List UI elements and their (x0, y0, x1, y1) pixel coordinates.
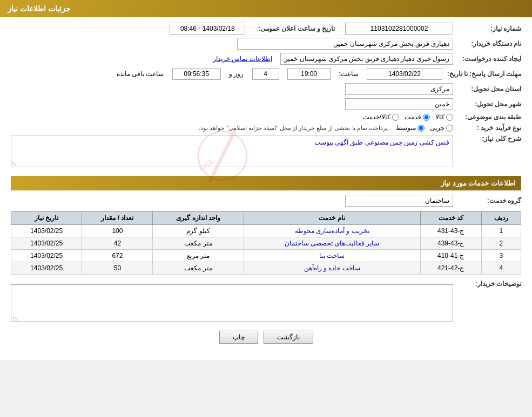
page-header: جزئیات اطلاعات نیاز (0, 0, 532, 17)
delivery-city-input (345, 98, 453, 110)
category-khadamat-label: خدمت (405, 113, 421, 121)
page-wrapper: جزئیات اطلاعات نیاز شماره نیاز: تاریخ و … (0, 0, 532, 360)
col-need-date: تاریخ نیاز (11, 211, 82, 225)
cell-need-date: 1403/02/25 (11, 250, 82, 262)
need-number-input (345, 23, 453, 35)
category-khadamat-item: خدمت (405, 113, 430, 121)
page-title: جزئیات اطلاعات نیاز (8, 4, 71, 13)
purchase-type-jozvi-radio[interactable] (446, 125, 453, 132)
purchase-type-radio-group: جزیی متوسط (396, 124, 453, 132)
response-date-input (367, 68, 442, 80)
table-row: 3 ج-41-410 ساخت بنا متر مربع 672 1403/02… (11, 250, 521, 262)
services-table: ردیف کد خدمت نام خدمت واحد اندازه گیری ت… (11, 211, 521, 275)
back-button[interactable]: بازگشت (264, 331, 313, 344)
response-time-input (287, 68, 331, 80)
cell-need-date: 1403/02/25 (11, 225, 82, 237)
response-days-label: روز و (229, 70, 244, 78)
response-deadline-row: مهلت ارسال پاسخ: تا تاریخ: ساعت: روز و س… (11, 68, 521, 80)
cell-service-code: ج-43-439 (420, 237, 481, 250)
response-days-input (252, 68, 279, 80)
purchase-type-row: نوع فرآیند خرید : جزیی متوسط پرداخت تمام… (11, 124, 521, 132)
purchase-type-motevaset-radio[interactable] (417, 125, 425, 132)
cell-quantity: 100 (82, 225, 153, 237)
purchase-type-jozvi-label: جزیی (430, 124, 445, 132)
contact-link[interactable]: اطلاعات تماس خریدار (213, 55, 272, 63)
purchase-type-jozvi-item: جزیی (430, 124, 453, 132)
purchase-type-label: نوع فرآیند خرید : (456, 124, 521, 132)
purchase-type-note: پرداخت تمام یا بخشی از مبلغ خریدار از مح… (199, 125, 388, 132)
need-number-label: شماره نیاز: (456, 25, 521, 32)
category-khadamat-radio[interactable] (423, 114, 430, 121)
cell-quantity: 672 (82, 250, 153, 262)
table-row: 4 ج-42-421 ساخت جاده و راه‌آهن متر مکعب … (11, 262, 521, 275)
buyer-notes-row: توضیحات خریدار: ◺ (11, 280, 521, 322)
category-kala-label: کالا (435, 113, 445, 121)
purchase-type-motevaset-item: متوسط (396, 124, 425, 132)
cell-row-num: 1 (481, 225, 521, 237)
cell-service-code: ج-41-410 (420, 250, 481, 262)
svg-text:ANA: ANA (197, 158, 215, 173)
buttons-row: بازگشت چاپ (11, 331, 521, 344)
cell-service-code: ج-42-421 (420, 262, 481, 275)
cell-row-num: 2 (481, 237, 521, 250)
creator-row: ایجاد کننده درخواست: اطلاعات تماس خریدار (11, 53, 521, 65)
announce-datetime-input (170, 23, 245, 35)
category-kala-khadamat-label: کالا/خدمت (363, 113, 390, 121)
category-row: طبقه بندی موضوعی: کالا خدمت کالا/خدمت (11, 113, 521, 121)
cell-row-num: 4 (481, 262, 521, 275)
response-deadline-label: مهلت ارسال پاسخ: تا تاریخ: (446, 70, 521, 78)
creator-label: ایجاد کننده درخواست: (456, 55, 521, 63)
cell-unit: متر مربع (153, 250, 244, 262)
content-area: شماره نیاز: تاریخ و ساعت اعلان عمومی: نا… (0, 17, 532, 349)
category-kala-item: کالا (435, 113, 453, 121)
category-kala-radio[interactable] (446, 114, 453, 121)
buyer-org-label: نام دستگاه خریدار: (456, 40, 521, 47)
need-number-row: شماره نیاز: تاریخ و ساعت اعلان عمومی: (11, 23, 521, 35)
cell-unit: متر مکعب (153, 262, 244, 275)
resize-handle: ◺ (12, 160, 17, 166)
service-group-input (345, 195, 453, 207)
print-button[interactable]: چاپ (219, 331, 258, 344)
delivery-province-row: استان محل تحویل: (11, 83, 521, 95)
category-kala-khadamat-radio[interactable] (392, 114, 399, 121)
table-row: 1 ج-43-431 تخریب و آماده‌سازی محوطه کیلو… (11, 225, 521, 237)
cell-service-name: سایر فعالیت‌های تخصصی ساختمان (244, 237, 420, 250)
delivery-province-label: استان محل تحویل: (456, 85, 521, 93)
announce-datetime-label: تاریخ و ساعت اعلان عمومی: (248, 25, 335, 32)
service-group-row: گروه خدمت: (11, 195, 521, 207)
buyer-notes-label: توضیحات خریدار: (456, 280, 521, 288)
description-text: فنس کشی زمین چمن مصنوعی طبق آگهی پیوست (314, 139, 449, 146)
cell-service-code: ج-43-431 (420, 225, 481, 237)
response-remaining-input (172, 68, 221, 80)
delivery-province-input (345, 83, 453, 95)
cell-service-name: ساخت جاده و راه‌آهن (244, 262, 420, 275)
buyer-org-input (237, 38, 453, 50)
col-quantity: تعداد / مقدار (82, 211, 153, 225)
delivery-city-label: شهر محل تحویل: (456, 100, 521, 108)
notes-resize-handle: ◺ (12, 315, 18, 320)
response-remaining-label: ساعت باقی مانده (117, 70, 164, 78)
services-section-header: اطلاعات خدمات مورد نیاز (11, 176, 521, 190)
col-service-name: نام خدمت (244, 211, 420, 225)
description-row: شرح کلی نیاز: ANA فنس کشی زمین چمن مصنوع… (11, 135, 521, 170)
col-service-code: کد خدمت (420, 211, 481, 225)
table-row: 2 ج-43-439 سایر فعالیت‌های تخصصی ساختمان… (11, 237, 521, 250)
cell-need-date: 1403/02/25 (11, 237, 82, 250)
description-container: ANA فنس کشی زمین چمن مصنوعی طبق آگهی پیو… (11, 135, 453, 167)
buyer-org-row: نام دستگاه خریدار: (11, 38, 521, 50)
service-group-label: گروه خدمت: (456, 197, 521, 204)
cell-need-date: 1403/02/25 (11, 262, 82, 275)
category-radio-group: کالا خدمت کالا/خدمت (363, 113, 453, 121)
category-kala-khadamat-item: کالا/خدمت (363, 113, 399, 121)
response-time-label: ساعت: (339, 70, 358, 78)
table-body: 1 ج-43-431 تخریب و آماده‌سازی محوطه کیلو… (11, 225, 521, 275)
services-section-title: اطلاعات خدمات مورد نیاز (441, 179, 516, 187)
description-label: شرح کلی نیاز: (456, 135, 521, 142)
purchase-type-motevaset-label: متوسط (396, 124, 416, 132)
buyer-notes-area: ◺ (11, 284, 453, 322)
cell-unit: متر مکعب (153, 237, 244, 250)
delivery-city-row: شهر محل تحویل: (11, 98, 521, 110)
cell-service-name: ساخت بنا (244, 250, 420, 262)
cell-row-num: 3 (481, 250, 521, 262)
cell-service-name: تخریب و آماده‌سازی محوطه (244, 225, 420, 237)
